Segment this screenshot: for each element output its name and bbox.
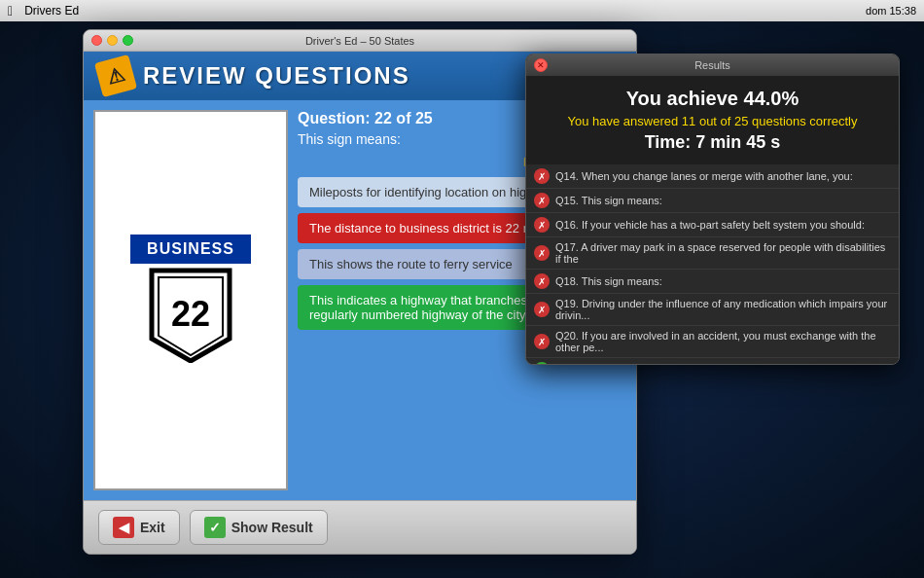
minimize-button[interactable] bbox=[107, 35, 118, 46]
app-menu-name[interactable]: Drivers Ed bbox=[24, 4, 79, 18]
result-item[interactable]: ✗Q20. If you are involved in an accident… bbox=[526, 326, 899, 358]
sign-display: BUSINESS 22 bbox=[93, 110, 288, 490]
correct-icon: ✓ bbox=[534, 362, 550, 365]
exit-button[interactable]: ◀ Exit bbox=[98, 510, 180, 545]
result-item-text: Q19. Driving under the influence of any … bbox=[555, 298, 891, 321]
result-item[interactable]: ✓Q21. What does a traffic light with a r… bbox=[526, 358, 899, 365]
wrong-icon: ✗ bbox=[534, 245, 550, 261]
close-button[interactable] bbox=[91, 35, 102, 46]
show-result-icon: ✓ bbox=[204, 517, 226, 538]
result-item[interactable]: ✗Q19. Driving under the influence of any… bbox=[526, 294, 899, 326]
result-item[interactable]: ✗Q15. This sign means: bbox=[526, 189, 899, 213]
results-header: You achieve 44.0% You have answered 11 o… bbox=[526, 76, 899, 164]
menubar-time: dom 15:38 bbox=[866, 5, 916, 17]
window-controls bbox=[91, 35, 133, 46]
app-title: Driver's Ed – 50 States bbox=[305, 35, 414, 47]
bottom-bar: ◀ Exit ✓ Show Result bbox=[84, 500, 636, 554]
results-title-bar: ✕ Results bbox=[526, 54, 899, 76]
results-popup: ✕ Results You achieve 44.0% You have ans… bbox=[525, 54, 900, 365]
result-item-text: Q16. If your vehicle has a two-part safe… bbox=[555, 219, 865, 231]
results-percent: You achieve 44.0% bbox=[538, 88, 887, 110]
result-item-text: Q17. A driver may park in a space reserv… bbox=[555, 241, 891, 265]
result-item-text: Q18. This sign means: bbox=[555, 275, 662, 287]
wrong-icon: ✗ bbox=[534, 217, 550, 233]
results-title: Results bbox=[694, 59, 730, 71]
result-item[interactable]: ✗Q14. When you change lanes or merge wit… bbox=[526, 164, 899, 189]
results-list: ✗Q14. When you change lanes or merge wit… bbox=[526, 164, 899, 365]
result-item-text: Q14. When you change lanes or merge with… bbox=[555, 170, 853, 182]
wrong-icon: ✗ bbox=[534, 193, 550, 208]
wrong-icon: ✗ bbox=[534, 168, 550, 184]
system-menubar:  Drivers Ed dom 15:38 bbox=[0, 0, 924, 21]
svg-text:22: 22 bbox=[171, 294, 210, 334]
results-time: Time: 7 min 45 s bbox=[538, 132, 887, 153]
header-icon: ⚠ bbox=[94, 54, 137, 97]
sign-business-label: BUSINESS bbox=[147, 240, 234, 257]
wrong-icon: ✗ bbox=[534, 302, 550, 317]
wrong-icon: ✗ bbox=[534, 273, 550, 289]
result-item-text: Q20. If you are involved in an accident,… bbox=[555, 330, 891, 353]
result-item[interactable]: ✗Q17. A driver may park in a space reser… bbox=[526, 237, 899, 270]
apple-menu[interactable]:  bbox=[8, 3, 13, 18]
sign-image: BUSINESS 22 bbox=[130, 235, 251, 367]
header-title: REVIEW QUESTIONS bbox=[143, 62, 410, 90]
show-result-button[interactable]: ✓ Show Result bbox=[190, 510, 328, 545]
results-close-button[interactable]: ✕ bbox=[534, 58, 548, 72]
result-item[interactable]: ✗Q16. If your vehicle has a two-part saf… bbox=[526, 213, 899, 237]
sign-shield-svg: 22 bbox=[147, 266, 234, 363]
wrong-icon: ✗ bbox=[534, 334, 550, 349]
app-title-bar: Driver's Ed – 50 States bbox=[84, 30, 636, 52]
result-item[interactable]: ✗Q18. This sign means: bbox=[526, 270, 899, 294]
exit-icon: ◀ bbox=[113, 517, 134, 538]
zoom-button[interactable] bbox=[123, 35, 133, 46]
result-item-text: Q15. This sign means: bbox=[555, 195, 662, 206]
exit-label: Exit bbox=[140, 520, 165, 535]
show-result-label: Show Result bbox=[231, 520, 313, 535]
results-answered: You have answered 11 out of 25 questions… bbox=[538, 114, 887, 128]
result-item-text: Q21. What does a traffic light with a re… bbox=[555, 364, 891, 365]
